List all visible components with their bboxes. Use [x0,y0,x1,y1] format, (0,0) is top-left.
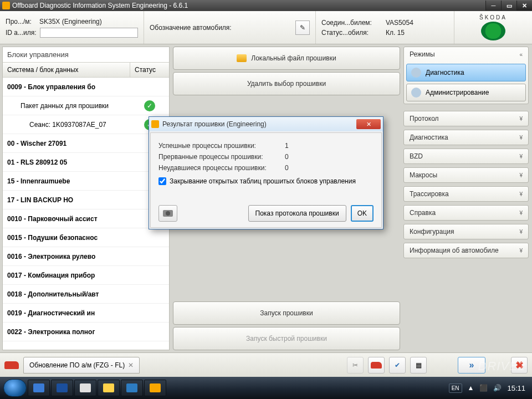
delete-firmware-label: Удалить выбор прошивки [247,80,326,88]
show-protocol-button[interactable]: Показ протокола прошивки [248,205,346,222]
cancel-button[interactable]: ✖ [511,357,528,374]
app-icon [126,383,137,392]
task-item[interactable] [144,380,166,396]
row-label: 0010 - Парковочный ассист [3,215,130,223]
grid-icon: ▦ [416,361,422,369]
close-tables-checkbox[interactable]: Закрывание открытых таблиц прошитых блок… [158,177,374,185]
table-row[interactable]: 0019 - Диагностический ин [3,304,169,323]
fast-flashing-button[interactable]: Запуск быстрой прошивки [173,327,400,350]
language-indicator[interactable]: EN [449,383,462,393]
chevron-down-icon: ¥ [519,229,523,235]
grid-button[interactable]: ▦ [410,357,427,374]
task-item[interactable] [28,380,50,396]
forward-button[interactable]: » [458,357,485,374]
row-label: 0015 - Подушки безопаснос [3,234,130,242]
table-row[interactable]: 0009 - Блок управления бо [3,78,169,96]
accordion-section[interactable]: Конфигурация¥ [403,224,529,239]
active-task-tab[interactable]: Обновление ПО а/м (FZG - FL) ✕ [23,357,140,374]
close-button[interactable]: ✕ [516,1,532,11]
table-row[interactable]: 0010 - Парковочный ассист [3,209,169,228]
gear-icon [411,88,421,98]
scissors-icon: ✂ [352,361,358,369]
row-label: 0018 - Дополнительный/авт [3,290,130,298]
titlebar: Offboard Diagnostic Information System E… [0,0,532,11]
cut-button[interactable]: ✂ [347,357,364,374]
folder-icon [103,383,114,392]
vehicle-button[interactable] [368,357,385,374]
table-row[interactable]: Пакет данных для прошивки✓ [3,96,169,115]
ok-button[interactable]: OK [351,205,374,222]
brand-logo-icon [481,22,505,40]
task-item[interactable] [121,380,143,396]
tray-flag-icon[interactable]: ▲ [468,384,474,392]
local-firmware-button[interactable]: Локальный файл прошивки [173,47,400,70]
dialog-titlebar[interactable]: Результат прошивки (Engineering) ✕ [149,117,383,131]
aborted-label: Прерванные процессы прошивки: [158,153,280,161]
col-system[interactable]: Система / блок данных [3,63,130,77]
accordion-section[interactable]: Диагностика¥ [403,130,529,145]
accordion-section[interactable]: Протокол¥ [403,111,529,126]
dialog-close-button[interactable]: ✕ [356,119,381,129]
table-row[interactable]: 17 - LIN BACKUP HO [3,191,169,209]
id-input[interactable] [40,28,138,38]
table-row[interactable]: 0015 - Подушки безопаснос [3,228,169,247]
table-row[interactable]: 0017 - Комбинация прибор [3,266,169,285]
tray-network-icon[interactable]: ⬛ [479,384,488,392]
screenshot-button[interactable] [158,205,177,222]
close-tab-icon[interactable]: ✕ [128,361,134,369]
table-row[interactable]: 0022 - Электроника полног [3,323,169,341]
aborted-value: 0 [285,153,289,161]
col-status[interactable]: Статус [130,63,169,77]
row-label: Пакет данных для прошивки [3,102,130,110]
minimize-button[interactable]: ─ [485,1,501,11]
task-item[interactable] [51,380,73,396]
right-sidebar: Режимы « Диагностика Администрирование П… [403,44,532,352]
accordion-label: BZD [410,152,423,160]
accordion-label: Протокол [410,115,439,122]
start-button[interactable] [3,379,27,397]
task-item[interactable] [98,380,120,396]
system-tray[interactable]: EN ▲ ⬛ 🔊 15:11 [449,383,529,393]
table-row[interactable]: 00 - Wischer 27091 [3,134,169,153]
folder-icon [237,54,247,62]
accordion-section[interactable]: Справка¥ [403,205,529,221]
camera-icon [163,210,173,217]
mode-administration[interactable]: Администрирование [406,84,526,101]
checklist-button[interactable]: ✔ [389,357,406,374]
table-row[interactable]: 15 - Innenraumuebe [3,172,169,191]
mode-diagnostics[interactable]: Диагностика [406,64,526,81]
accordion-section[interactable]: Информация об автомобиле¥ [403,243,529,258]
edit-vehicle-icon[interactable]: ✎ [295,21,310,35]
task-item[interactable] [74,380,96,396]
table-row[interactable]: 0016 - Электроника рулево [3,247,169,266]
flash-result-dialog: Результат прошивки (Engineering) ✕ Успеш… [149,116,383,229]
info-bar: Про.../м: SK35X (Engineering) ID а...иля… [0,11,532,44]
accordion-section[interactable]: Макросы¥ [403,167,529,183]
app-icon [57,383,68,392]
clock[interactable]: 15:11 [507,384,525,392]
row-label: 00 - Wischer 27091 [3,140,130,147]
modes-section: Режимы « Диагностика Администрирование [403,47,529,104]
check-icon: ✔ [395,361,400,369]
connection-value: VAS5054 [386,19,413,27]
id-label: ID а...иля: [6,29,37,37]
delete-firmware-selection-button[interactable]: Удалить выбор прошивки [173,72,400,95]
modes-header[interactable]: Режимы « [404,47,528,62]
start-flashing-button[interactable]: Запуск прошивки [173,301,400,325]
row-label: 0017 - Комбинация прибор [3,272,130,279]
control-units-title: Блоки управления [3,47,169,62]
forward-icon: » [469,360,474,370]
close-tables-input[interactable] [158,177,166,185]
tray-volume-icon[interactable]: 🔊 [493,384,502,392]
app-icon [2,2,10,9]
accordion-section[interactable]: BZD¥ [403,149,529,164]
accordion-label: Информация об автомобиле [410,247,499,254]
fast-flashing-label: Запуск быстрой прошивки [246,335,327,342]
gear-icon [411,68,421,78]
maximize-button[interactable]: ▭ [501,1,516,11]
table-row[interactable]: 01 - RLS 280912 05 [3,153,169,172]
accordion-section[interactable]: Трассировка¥ [403,186,529,202]
table-row[interactable]: Сеанс: 1K0937087AE_07✓ [3,115,169,134]
cancel-icon: ✖ [515,359,524,371]
table-row[interactable]: 0018 - Дополнительный/авт [3,285,169,304]
